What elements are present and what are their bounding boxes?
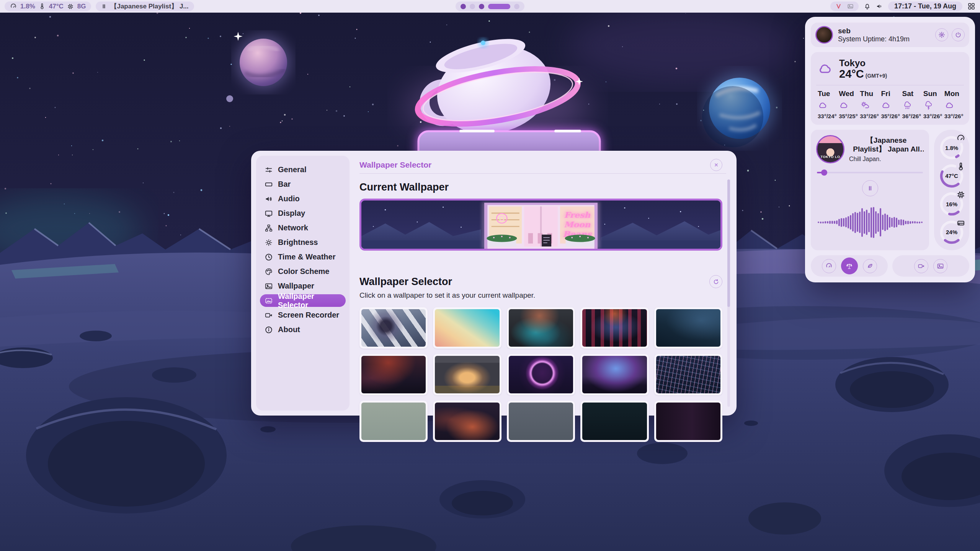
power-button[interactable]	[952, 28, 965, 41]
cloud-icon	[881, 101, 891, 110]
clock-icon	[265, 253, 273, 261]
cpu-temp: 47°C	[49, 3, 64, 10]
app-launcher-icon[interactable]	[967, 2, 975, 10]
thermometer-icon	[956, 162, 965, 171]
workspace-dot-4-active[interactable]	[488, 4, 510, 9]
memory-usage: 8G	[77, 3, 86, 10]
wallpaper-thumbnail	[509, 309, 573, 347]
waveform-bar	[893, 217, 895, 228]
power-profile-pill	[811, 255, 888, 277]
forecast-temps: 33°/26°	[923, 113, 942, 119]
waveform-bar	[868, 213, 870, 232]
workspace-dot-3-occupied[interactable]	[479, 4, 484, 9]
volume-icon[interactable]	[876, 3, 883, 10]
sidebar-item-bar[interactable]: Bar	[260, 178, 346, 191]
refresh-icon	[713, 279, 719, 285]
workspace-dot-1-occupied[interactable]	[461, 4, 466, 9]
play-pause-button[interactable]	[862, 180, 878, 196]
wallpaper-dark-plum-plain[interactable]	[654, 401, 722, 442]
sidebar-item-screen-recorder[interactable]: Screen Recorder	[260, 309, 346, 321]
waveform-bar	[859, 212, 861, 233]
storm-icon	[923, 101, 934, 110]
wallpaper-wireframe-wave[interactable]	[654, 354, 722, 395]
waveform-bar	[873, 207, 874, 238]
gauge-chip: 16%	[939, 191, 965, 217]
wallpaper-grey-plain[interactable]	[507, 401, 575, 442]
clock[interactable]: 17:17 - Tue, 19 Aug	[888, 2, 962, 11]
wallpaper-thumbnail	[435, 403, 499, 440]
wallpaper-autumn-grove[interactable]	[433, 401, 501, 442]
forecast-fri: Fri35°/26°	[879, 90, 900, 119]
top-bar: 1.8% 47°C 8G 【Japanese Playlist】 J... 17…	[0, 0, 980, 13]
waveform-bar	[875, 211, 877, 234]
wallpaper-sunset-cyan-gradient[interactable]	[433, 307, 501, 349]
seek-slider[interactable]	[817, 170, 923, 176]
wallpaper-dark-teal-plain[interactable]	[580, 401, 648, 442]
refresh-button[interactable]	[709, 275, 722, 288]
wallpaper-snowy-night-forest[interactable]	[654, 307, 722, 349]
weather-cloud-icon	[816, 61, 835, 77]
sidebar-item-audio[interactable]: Audio	[260, 192, 346, 205]
screenshot-button[interactable]	[933, 259, 947, 273]
wallpaper-thumbnail	[582, 403, 647, 440]
wallpaper-purple-light-ring[interactable]	[507, 354, 575, 395]
sidebar-item-label: Brightness	[278, 238, 318, 247]
forecast-day: Thu	[860, 90, 873, 98]
sidebar-item-label: Network	[278, 223, 308, 232]
notifications-bell-icon[interactable]	[864, 3, 871, 10]
sidebar-item-label: Wallpaper	[278, 282, 314, 290]
workspace-dot-2-empty[interactable]	[470, 4, 475, 9]
sidebar-item-network[interactable]: Network	[260, 222, 346, 234]
workspace-dot-5-empty[interactable]	[514, 4, 519, 9]
forecast-mon: Mon33°/26°	[943, 90, 964, 119]
sidebar-item-color-scheme[interactable]: Color Scheme	[260, 265, 346, 278]
power-profile-power-saver-button[interactable]	[863, 259, 877, 273]
gauge-thermometer: 47°C	[939, 163, 965, 189]
screenshot-tool-icon[interactable]	[847, 3, 854, 10]
wallpaper-cyberpunk-arcade[interactable]	[580, 307, 648, 349]
power-profile-balanced-button[interactable]	[841, 258, 858, 274]
settings-button[interactable]	[935, 28, 948, 41]
sidebar-item-general[interactable]: General	[260, 163, 346, 176]
wallpaper-crimson-fantasy-ruins[interactable]	[359, 354, 428, 395]
forecast-temps: 36°/26°	[902, 113, 921, 119]
forecast-row: Tue33°/24°Wed35°/25°Thu33°/26°Fri35°/26°…	[816, 90, 964, 119]
wallpaper-lofi-coffee-shop[interactable]	[433, 354, 501, 395]
sidebar-item-wallpaper[interactable]: Wallpaper	[260, 280, 346, 292]
sidebar-item-time-weather[interactable]: Time & Weather	[260, 251, 346, 263]
screen-recorder-button[interactable]	[914, 259, 928, 273]
wallpaper-thumbnail	[509, 356, 573, 393]
sidebar-item-brightness[interactable]: Brightness	[260, 236, 346, 249]
waveform-bar	[831, 221, 833, 224]
avatar	[815, 26, 833, 44]
sidebar-item-display[interactable]: Display	[260, 207, 346, 220]
system-stats-pill[interactable]: 1.8% 47°C 8G	[5, 2, 91, 11]
seek-knob[interactable]	[821, 170, 827, 176]
desktop: 1.8% 47°C 8G 【Japanese Playlist】 J... 17…	[0, 0, 980, 551]
wallpaper-thumbnail	[509, 403, 573, 440]
wallpaper-thumbnail	[656, 403, 720, 440]
wallpaper-nebula-forest[interactable]	[580, 354, 648, 395]
sidebar-item-about[interactable]: About	[260, 323, 346, 336]
wallpaper-thumbnail	[435, 356, 499, 393]
waveform-bar	[827, 221, 828, 223]
workspace-indicator[interactable]	[456, 2, 524, 11]
app-v-icon[interactable]	[835, 3, 842, 10]
scales-icon	[846, 262, 853, 270]
wallpaper-blurred-aurora[interactable]	[507, 307, 575, 349]
header-divider	[359, 173, 726, 174]
wallpaper-anime-girl-crosswalk[interactable]	[359, 307, 428, 349]
close-button[interactable]	[710, 159, 722, 171]
system-tray[interactable]	[830, 2, 859, 11]
waveform-bar	[843, 218, 844, 227]
sidebar-item-wallpaper-selector[interactable]: Wallpaper Selector	[260, 294, 346, 307]
scrollbar-thumb[interactable]	[727, 179, 730, 307]
image-icon	[937, 262, 944, 270]
wallpaper-sage-plain[interactable]	[359, 401, 428, 442]
scrollbar-track[interactable]	[727, 179, 730, 407]
user-card: seb System Uptime: 4h19m	[811, 23, 969, 47]
media-pill[interactable]: 【Japanese Playlist】 J...	[96, 2, 194, 11]
power-profile-performance-button[interactable]	[822, 259, 836, 273]
forecast-day: Fri	[881, 90, 890, 98]
album-art-text: TOKYO LO	[817, 155, 843, 159]
